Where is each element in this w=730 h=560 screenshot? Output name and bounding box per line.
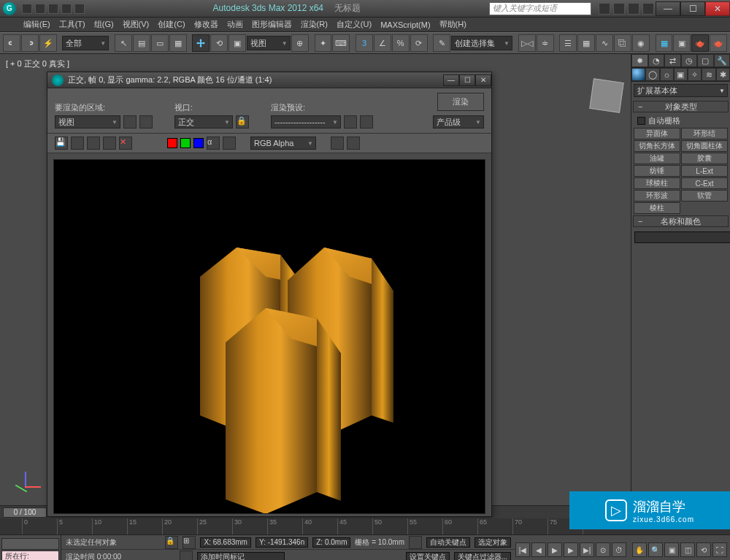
zoom-icon[interactable]: 🔍 <box>648 542 663 557</box>
zoom-extents-icon[interactable]: ▣ <box>664 542 679 557</box>
exchange-icon[interactable] <box>628 3 639 15</box>
window-crossing-icon[interactable]: ▦ <box>169 34 187 52</box>
mirror-icon[interactable]: ▷◁ <box>518 34 536 52</box>
area-to-render-select[interactable]: 视图 <box>55 115 120 129</box>
auto-region-icon[interactable] <box>139 115 153 129</box>
render-setup-shortcut-icon[interactable] <box>344 115 357 129</box>
tab-create-icon[interactable]: ✹ <box>631 54 648 67</box>
selection-lock-icon[interactable]: 🔒 <box>165 536 178 549</box>
help-search-input[interactable]: 键入关键字或短语 <box>489 2 591 15</box>
obj-ringwave[interactable]: 环形波 <box>634 190 680 202</box>
select-scale-icon[interactable]: ▣ <box>228 34 246 52</box>
object-name-input[interactable] <box>634 231 730 243</box>
time-slider-handle[interactable]: 0 / 100 <box>3 507 47 518</box>
fov-icon[interactable]: ◫ <box>680 542 695 557</box>
blue-channel-swatch[interactable] <box>193 138 204 148</box>
menu-create[interactable]: 创建(C) <box>153 18 189 31</box>
bind-spacewarp-icon[interactable]: ⚡ <box>39 34 57 52</box>
select-by-name-icon[interactable]: ▤ <box>133 34 150 52</box>
prev-frame-icon[interactable]: ◀ <box>531 542 546 557</box>
render-min-button[interactable]: — <box>443 74 459 86</box>
close-button[interactable]: ✕ <box>705 1 730 16</box>
tab-display-icon[interactable]: ▢ <box>697 54 714 67</box>
schematic-view-icon[interactable]: ⿻ <box>614 34 631 52</box>
viewport-select[interactable]: 正交 <box>174 115 233 129</box>
qat-redo-icon[interactable] <box>74 4 85 14</box>
subtab-geometry-icon[interactable] <box>631 68 645 81</box>
coord-y[interactable]: Y: -1491.346n <box>256 537 308 548</box>
viewport-label[interactable]: [ + 0 正交 0 真实 ] <box>6 58 69 69</box>
tab-motion-icon[interactable]: ◷ <box>681 54 698 67</box>
mono-channel-icon[interactable] <box>223 137 236 150</box>
qat-open-icon[interactable] <box>35 4 45 14</box>
obj-chamfercyl[interactable]: 切角圆柱体 <box>681 140 728 152</box>
layer-manager-icon[interactable]: ☰ <box>559 34 577 52</box>
toggle-ui-icon[interactable] <box>347 137 360 150</box>
align-icon[interactable]: ≑ <box>537 34 554 52</box>
green-channel-swatch[interactable] <box>180 138 191 148</box>
graphite-tools-icon[interactable]: ▦ <box>577 34 595 52</box>
render-setup-icon[interactable]: ▦ <box>656 34 673 52</box>
add-time-tag[interactable]: 添加时间标记 <box>197 552 285 561</box>
curve-editor-icon[interactable]: ∿ <box>596 34 613 52</box>
obj-hose[interactable]: 软管 <box>681 190 728 202</box>
rendered-frame-icon[interactable]: ▣ <box>673 34 691 52</box>
menu-help[interactable]: 帮助(H) <box>435 18 471 31</box>
obj-lext[interactable]: L-Ext <box>681 165 728 177</box>
coord-z[interactable]: Z: 0.0mm <box>312 537 350 548</box>
subtab-spacewarps-icon[interactable]: ≋ <box>702 68 715 81</box>
angle-snap-icon[interactable]: ∠ <box>374 34 391 52</box>
subtab-systems-icon[interactable]: ✱ <box>716 68 730 81</box>
play-icon[interactable]: ▶ <box>548 542 562 557</box>
subtab-cameras-icon[interactable]: ▣ <box>674 68 688 81</box>
select-manipulate-icon[interactable]: ✦ <box>315 34 332 52</box>
render-window-titlebar[interactable]: 正交, 帧 0, 显示 gamma: 2.2, RGBA 颜色 16 位/通道 … <box>47 72 491 88</box>
selection-filter-select[interactable]: 全部 <box>62 36 109 50</box>
menu-grapheditors[interactable]: 图形编辑器 <box>247 18 296 31</box>
select-rotate-icon[interactable]: ⟲ <box>210 34 228 52</box>
goto-start-icon[interactable]: |◀ <box>515 542 530 557</box>
print-icon[interactable] <box>103 137 116 150</box>
menu-group[interactable]: 组(G) <box>90 18 118 31</box>
unlink-icon[interactable] <box>21 34 39 52</box>
render-output-image[interactable] <box>53 159 485 514</box>
app-icon[interactable]: G <box>3 2 16 15</box>
channel-select[interactable]: RGB Alpha <box>250 137 316 150</box>
rollout-object-type[interactable]: 对象类型 <box>633 101 729 112</box>
menu-animation[interactable]: 动画 <box>223 18 247 31</box>
maxscript-mini-listener[interactable] <box>1 538 59 550</box>
abs-rel-icon[interactable]: ⊞ <box>182 536 196 549</box>
select-move-icon[interactable] <box>192 34 210 52</box>
copy-image-icon[interactable] <box>71 137 84 150</box>
tab-modify-icon[interactable]: ◔ <box>648 54 665 67</box>
save-image-icon[interactable]: 💾 <box>55 137 68 150</box>
next-frame-icon[interactable]: ▶ <box>564 542 578 557</box>
viewcube[interactable] <box>589 78 623 112</box>
key-mode-icon[interactable]: ⊙ <box>596 542 610 557</box>
obj-oiltank[interactable]: 油罐 <box>634 153 680 164</box>
subtab-shapes-icon[interactable]: ◯ <box>645 68 659 81</box>
signin-icon[interactable] <box>613 3 625 15</box>
menu-modifiers[interactable]: 修改器 <box>190 18 223 31</box>
coord-x[interactable]: X: 68.683mm <box>200 537 250 548</box>
qat-save-icon[interactable] <box>48 4 58 14</box>
environment-icon[interactable] <box>360 115 373 129</box>
subtab-lights-icon[interactable]: ☼ <box>660 68 674 81</box>
obj-gengon[interactable]: 球棱柱 <box>634 177 680 189</box>
edit-named-sel-icon[interactable]: ✎ <box>433 34 450 52</box>
clone-rfw-icon[interactable] <box>87 137 100 150</box>
clear-icon[interactable]: ✕ <box>119 137 132 150</box>
obj-prism[interactable]: 棱柱 <box>634 202 680 214</box>
render-mode-select[interactable]: 产品级 <box>433 115 484 129</box>
infocenter-icon[interactable] <box>599 3 610 15</box>
time-config-icon[interactable]: ⏱ <box>612 542 626 557</box>
tab-utilities-icon[interactable]: 🔧 <box>714 54 731 67</box>
ref-coord-select[interactable]: 视图 <box>247 36 291 50</box>
link-icon[interactable] <box>3 34 20 52</box>
obj-spindle[interactable]: 纺锤 <box>634 165 680 177</box>
select-object-icon[interactable]: ↖ <box>115 34 132 52</box>
rollout-name-color[interactable]: 名称和颜色 <box>633 215 729 227</box>
orbit-icon[interactable]: ⟲ <box>696 542 711 557</box>
auto-grid-checkbox[interactable] <box>637 117 645 125</box>
menu-edit[interactable]: 编辑(E) <box>19 18 55 31</box>
